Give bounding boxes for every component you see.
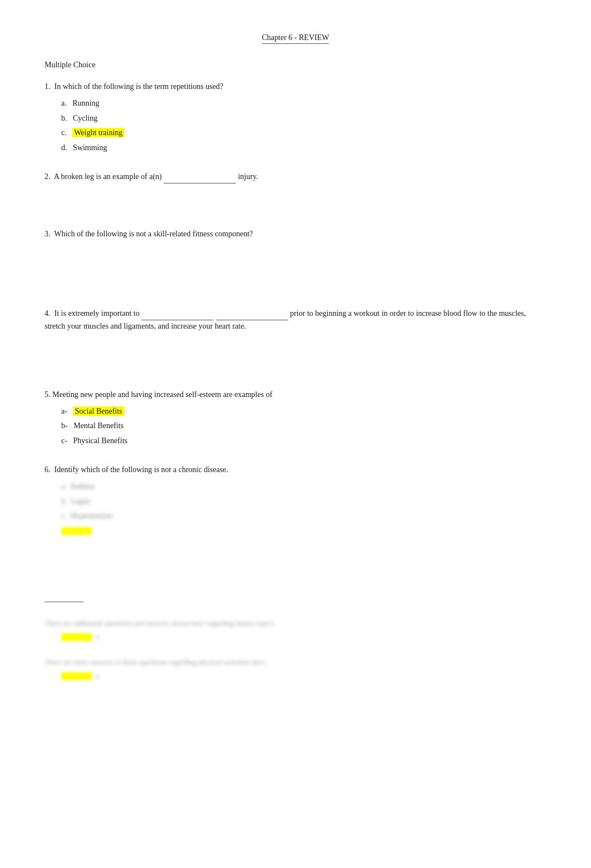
answer-1b-text: Cycling: [73, 114, 97, 122]
answer-5b: b- Mental Benefits: [61, 420, 546, 432]
blurred-highlight-2: [61, 672, 92, 680]
blurred-answer-block-2: a.: [61, 671, 546, 680]
question-1-body: In which of the following is the term re…: [55, 82, 224, 91]
question-1: 1. In which of the following is the term…: [45, 81, 546, 154]
blurred-highlight-1: [61, 633, 92, 641]
question-1-number: 1.: [45, 82, 51, 91]
answer-5a-text: Social Benefits: [73, 406, 124, 416]
answer-1d-label: d.: [61, 143, 67, 152]
question-1-answers: a. Running b. Cycling c. Weight training…: [45, 97, 546, 154]
answer-6a: a. Asthma: [61, 480, 546, 493]
question-3-text: 3. Which of the following is not a skill…: [45, 228, 546, 240]
answer-5a: a- Social Benefits: [61, 405, 546, 418]
answer-6d-highlight: [61, 527, 92, 535]
question-4-text: 4. It is extremely important to prior to…: [45, 307, 546, 333]
page-title: Chapter 6 - REVIEW: [262, 33, 329, 44]
question-6-answers: a. Asthma b. Lupus c. Hypertension: [45, 480, 546, 537]
question-6-body: Identify which of the following is not a…: [55, 465, 229, 474]
question-2-number: 2.: [45, 172, 51, 181]
question-3-body: Which of the following is not a skill-re…: [54, 230, 253, 238]
question-5-answers: a- Social Benefits b- Mental Benefits c-…: [45, 405, 546, 447]
question-3: 3. Which of the following is not a skill…: [45, 228, 546, 240]
answer-1d-text: Swimming: [73, 143, 107, 152]
blank-4a: [141, 307, 214, 320]
question-1-text: 1. In which of the following is the term…: [45, 81, 546, 93]
answer-1c-label: c.: [61, 128, 67, 137]
question-3-number: 3.: [45, 230, 51, 238]
blank-2: [164, 171, 236, 183]
answer-5c-text: Physical Benefits: [73, 437, 127, 445]
blurred-text-2: There are more answers to these question…: [45, 658, 546, 667]
answer-1a-text: Running: [72, 99, 99, 107]
blurred-section-1: There are additional questions and answe…: [45, 619, 546, 641]
bottom-section: There are additional questions and answe…: [45, 593, 546, 680]
question-6-number: 6.: [45, 465, 51, 474]
question-2: 2. A broken leg is an example of a(n) in…: [45, 171, 546, 183]
answer-6d: [61, 525, 546, 537]
question-6-text: 6. Identify which of the following is no…: [45, 464, 546, 476]
bottom-blank: [45, 593, 83, 602]
blurred-text-1: There are additional questions and answe…: [45, 619, 546, 628]
answer-1d: d. Swimming: [61, 142, 546, 154]
question-4: 4. It is extremely important to prior to…: [45, 307, 546, 333]
blurred-section-2: There are more answers to these question…: [45, 658, 546, 680]
answer-6b: b. Lupus: [61, 495, 546, 508]
question-6: 6. Identify which of the following is no…: [45, 464, 546, 537]
blurred-answer-block-1: a.: [61, 632, 546, 641]
answer-1c-text: Weight training: [72, 128, 124, 137]
blurred-answer-label-1: a.: [94, 632, 101, 641]
answer-1b: b. Cycling: [61, 112, 546, 125]
section-label: Multiple Choice: [45, 61, 546, 70]
answer-5a-label: a-: [61, 407, 67, 415]
answer-5c: c- Physical Benefits: [61, 435, 546, 447]
question-5-number: 5.: [45, 390, 51, 399]
answer-5b-text: Mental Benefits: [73, 421, 124, 430]
question-2-text: 2. A broken leg is an example of a(n) in…: [45, 171, 546, 183]
question-4-number: 4.: [45, 309, 51, 318]
question-5: 5. Meeting new people and having increas…: [45, 389, 546, 448]
blurred-answer-label-2: a.: [94, 671, 101, 679]
answer-5b-label: b-: [61, 421, 68, 430]
answer-5c-label: c-: [61, 437, 67, 445]
blank-4b: [216, 307, 288, 320]
question-5-text: 5. Meeting new people and having increas…: [45, 389, 546, 401]
answer-1c: c. Weight training: [61, 127, 546, 139]
answer-1a: a. Running: [61, 97, 546, 110]
answer-1b-label: b.: [61, 114, 67, 122]
answer-6c: c. Hypertension: [61, 510, 546, 522]
answer-1a-label: a.: [61, 99, 67, 107]
